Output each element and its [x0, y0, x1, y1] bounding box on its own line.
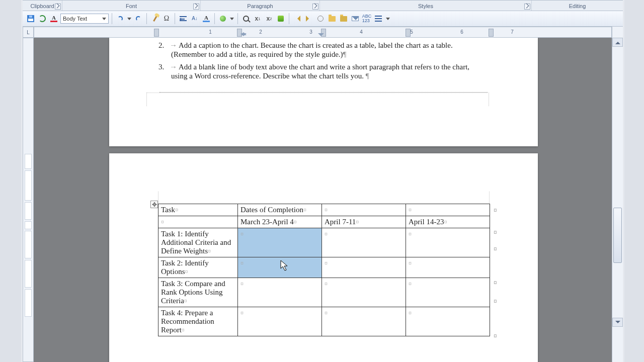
separator [175, 13, 175, 24]
decrease-indent-button[interactable] [178, 14, 188, 24]
save-button[interactable] [26, 14, 36, 24]
table-cell: March 23-April 4¤ [238, 216, 322, 228]
table-cell: ¤ [406, 278, 490, 307]
table-cell: ¤ [406, 228, 490, 257]
separator [214, 13, 215, 24]
pilcrow-icon: ¶ [366, 72, 369, 80]
redo-icon [135, 15, 142, 22]
style-dropdown-value: Body Text [63, 16, 87, 22]
schedule-table[interactable]: Task¤ Dates of Completion¤ ¤ ¤ ¤ March 2… [158, 204, 490, 336]
shading-button[interactable] [276, 14, 286, 24]
format-painter-button[interactable] [150, 14, 160, 24]
nav-next-icon [306, 16, 312, 22]
table-cell: ¤ [322, 228, 406, 257]
decrease-indent-icon [180, 16, 187, 21]
ribbon-group-editing: Editing [532, 1, 623, 11]
row-end-mark: ¤ [494, 279, 497, 286]
window-chrome-right [623, 0, 644, 362]
dialog-launcher-icon[interactable] [55, 4, 61, 10]
chevron-up-icon [615, 39, 620, 44]
dialog-launcher-icon[interactable] [193, 4, 199, 10]
undo-history-button[interactable] [127, 14, 132, 24]
save-icon [27, 15, 34, 22]
undo-button[interactable] [115, 14, 125, 24]
ribbon-group-font: Font [62, 1, 201, 11]
tab-selector[interactable]: L [23, 27, 34, 38]
column-marker[interactable] [154, 29, 159, 37]
list-text: Add a caption to the chart. Because the … [179, 41, 453, 49]
strike-icon: x [255, 15, 258, 22]
scroll-down-button[interactable] [612, 318, 623, 327]
prev-nav-button[interactable] [292, 14, 302, 24]
strike-button[interactable]: x1 [253, 14, 263, 24]
superscript-button[interactable]: x2 [264, 14, 274, 24]
list-text: using a Word cross-reference. Describe w… [171, 72, 364, 80]
table-cell: ¤ [158, 216, 238, 228]
dialog-launcher-icon[interactable] [312, 4, 318, 10]
ribbon-group-paragraph: Paragraph [201, 1, 320, 11]
window-chrome-left [0, 0, 23, 362]
dialog-launcher-icon[interactable] [524, 4, 530, 10]
table-cell: ¤ [322, 307, 406, 336]
mail-button[interactable] [350, 14, 360, 24]
table-cell: Task 1: Identify Additional Criteria and… [158, 228, 238, 257]
tab-arrow: → [170, 41, 177, 49]
horizontal-ruler[interactable]: 1 2 3 4 5 6 7 [34, 27, 612, 38]
separator [237, 13, 238, 24]
page-current: ✥ Task¤ Dates of Completion¤ ¤ ¤ ¤ March… [109, 153, 538, 362]
folder-icon [329, 16, 336, 22]
highlight-menu-button[interactable] [229, 14, 234, 24]
table-cell: Task 2: Identify Options¤ [158, 257, 238, 278]
folder-open-icon [340, 16, 347, 22]
table-cell: Task 4: Prepare a Recommendation Report¤ [158, 307, 238, 336]
superscript-icon: x [266, 15, 270, 22]
shading-icon [278, 16, 284, 22]
scrollbar-thumb[interactable] [613, 208, 622, 263]
next-nav-button[interactable] [304, 14, 314, 24]
body-text[interactable]: 2.→ Add a caption to the chart. Because … [158, 41, 488, 80]
multilevel-list-button[interactable] [373, 14, 383, 24]
clear-format-icon: A [203, 15, 210, 22]
table-cell: ¤ [322, 257, 406, 278]
column-marker[interactable] [406, 29, 411, 37]
chevron-down-icon [102, 18, 106, 20]
document-viewport[interactable]: 2.→ Add a caption to the chart. Because … [34, 38, 612, 362]
vertical-ruler[interactable] [23, 38, 34, 362]
insert-symbol-button[interactable]: Ω [162, 14, 172, 24]
scroll-up-button[interactable] [612, 38, 623, 47]
table-cell: Task¤ [158, 204, 238, 216]
highlight-button[interactable] [218, 14, 228, 24]
font-color-button[interactable]: A [49, 14, 59, 24]
browse-object-button[interactable] [315, 14, 326, 24]
table-move-handle[interactable]: ✥ [150, 201, 158, 208]
table-cell: ¤ [238, 278, 322, 307]
undo-icon [117, 15, 124, 22]
ruler-label: 4 [360, 29, 363, 35]
column-marker[interactable] [489, 29, 494, 37]
header-boundary [158, 192, 158, 203]
right-indent[interactable] [318, 28, 324, 36]
open-file-button[interactable] [327, 14, 337, 24]
toolbar-overflow-button[interactable] [385, 14, 391, 24]
ribbon-group-clipboard: Clipboard [23, 1, 62, 11]
zoom-button[interactable] [241, 14, 251, 24]
table-cell: ¤ [406, 307, 490, 336]
redo-button[interactable] [133, 14, 143, 24]
ruler-label: 3 [309, 29, 312, 35]
table-cell: ¤ [322, 204, 406, 216]
omega-icon: Ω [164, 15, 169, 22]
ribbon-group-styles: Styles [320, 1, 532, 11]
word-count-button[interactable]: ABC123 [362, 14, 372, 24]
pilcrow-icon: ¶ [343, 50, 347, 58]
hanging-indent[interactable] [240, 28, 247, 36]
sort-button[interactable]: A↓ [190, 14, 200, 24]
list-text: (Remember to add a title, as required by… [171, 50, 343, 58]
refresh-button[interactable] [37, 14, 47, 24]
table-cell-shaded: ¤ [238, 257, 322, 278]
style-dropdown[interactable]: Body Text [60, 14, 109, 24]
zoom-icon [243, 16, 249, 22]
ribbon-group-labels: Clipboard Font Paragraph Styles Editing [23, 0, 623, 11]
clear-formatting-button[interactable]: A [201, 14, 211, 24]
vertical-scrollbar[interactable] [612, 27, 623, 362]
open-recent-button[interactable] [339, 14, 349, 24]
